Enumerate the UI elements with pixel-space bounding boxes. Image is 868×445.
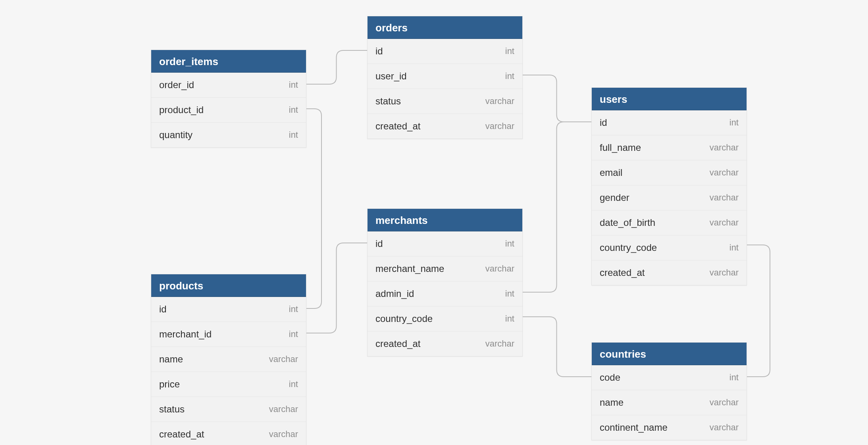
column-row[interactable]: merchant_namevarchar <box>368 256 522 281</box>
entity-products[interactable]: productsidintmerchant_idintnamevarcharpr… <box>151 274 306 445</box>
column-name: id <box>600 117 607 128</box>
column-type: int <box>729 243 739 253</box>
column-type: varchar <box>710 193 739 203</box>
column-type: varchar <box>710 143 739 153</box>
column-name: price <box>159 379 180 390</box>
column-name: merchant_id <box>159 329 212 340</box>
relation-line <box>522 122 591 292</box>
column-row[interactable]: priceint <box>151 372 306 397</box>
entity-merchants[interactable]: merchantsidintmerchant_namevarcharadmin_… <box>367 208 523 356</box>
column-row[interactable]: idint <box>592 110 747 135</box>
column-row[interactable]: emailvarchar <box>592 160 747 185</box>
column-name: country_code <box>600 242 657 253</box>
column-type: varchar <box>269 354 298 364</box>
column-name: full_name <box>600 142 641 153</box>
column-type: int <box>729 372 739 383</box>
column-type: int <box>505 289 514 299</box>
column-name: date_of_birth <box>600 217 655 228</box>
column-row[interactable]: admin_idint <box>368 281 522 306</box>
column-row[interactable]: merchant_idint <box>151 322 306 347</box>
er-diagram-canvas[interactable]: order_itemsorder_idintproduct_idintquant… <box>0 0 868 445</box>
column-type: int <box>289 379 298 389</box>
column-name: merchant_name <box>375 263 444 274</box>
column-name: product_id <box>159 104 204 116</box>
column-type: int <box>505 71 514 81</box>
column-type: int <box>505 314 514 324</box>
entity-header[interactable]: products <box>151 274 306 297</box>
entity-users[interactable]: usersidintfull_namevarcharemailvarcharge… <box>591 87 747 285</box>
entity-countries[interactable]: countriescodeintnamevarcharcontinent_nam… <box>591 342 747 440</box>
column-row[interactable]: order_idint <box>151 73 306 98</box>
column-name: continent_name <box>600 422 668 433</box>
column-name: created_at <box>600 267 645 278</box>
relation-line <box>306 50 367 84</box>
column-type: int <box>289 105 298 115</box>
column-name: name <box>600 397 624 408</box>
column-name: country_code <box>375 313 433 324</box>
entity-header[interactable]: users <box>592 88 747 110</box>
column-type: varchar <box>485 96 514 106</box>
column-type: varchar <box>269 404 298 414</box>
entity-orders[interactable]: ordersidintuser_idintstatusvarcharcreate… <box>367 16 523 139</box>
column-name: status <box>375 96 401 107</box>
column-type: varchar <box>710 422 739 433</box>
column-row[interactable]: created_atvarchar <box>592 260 747 285</box>
column-row[interactable]: idint <box>151 297 306 322</box>
column-name: id <box>159 304 167 315</box>
column-type: varchar <box>485 121 514 131</box>
column-row[interactable]: date_of_birthvarchar <box>592 210 747 235</box>
relation-line <box>746 245 770 377</box>
column-row[interactable]: idint <box>368 231 522 256</box>
column-type: varchar <box>269 429 298 439</box>
column-name: created_at <box>375 338 420 349</box>
column-name: created_at <box>375 121 420 132</box>
column-row[interactable]: namevarchar <box>592 390 747 415</box>
column-type: varchar <box>710 397 739 408</box>
column-type: varchar <box>485 339 514 349</box>
relation-line <box>522 75 591 122</box>
column-name: quantity <box>159 129 192 141</box>
column-name: created_at <box>159 429 204 440</box>
column-type: int <box>289 329 298 339</box>
column-row[interactable]: idint <box>368 39 522 64</box>
column-row[interactable]: created_atvarchar <box>368 331 522 356</box>
column-row[interactable]: continent_namevarchar <box>592 415 747 440</box>
column-name: gender <box>600 192 629 203</box>
column-type: int <box>289 130 298 140</box>
entity-header[interactable]: order_items <box>151 50 306 73</box>
column-row[interactable]: codeint <box>592 365 747 390</box>
relation-line <box>522 317 591 377</box>
column-type: int <box>289 80 298 90</box>
relation-line <box>306 243 367 333</box>
column-type: int <box>289 304 298 314</box>
column-type: int <box>505 239 514 249</box>
column-type: varchar <box>710 268 739 278</box>
entity-header[interactable]: orders <box>368 16 522 39</box>
column-name: id <box>375 238 383 249</box>
column-row[interactable]: statusvarchar <box>368 89 522 114</box>
column-row[interactable]: quantityint <box>151 123 306 147</box>
column-name: order_id <box>159 79 194 91</box>
entity-header[interactable]: countries <box>592 343 747 365</box>
column-name: user_id <box>375 71 407 82</box>
column-row[interactable]: namevarchar <box>151 347 306 372</box>
column-row[interactable]: country_codeint <box>368 306 522 331</box>
column-row[interactable]: statusvarchar <box>151 397 306 422</box>
column-row[interactable]: product_idint <box>151 98 306 123</box>
column-name: name <box>159 354 183 365</box>
column-row[interactable]: country_codeint <box>592 235 747 260</box>
column-type: int <box>729 118 739 128</box>
column-name: status <box>159 404 185 415</box>
column-row[interactable]: user_idint <box>368 64 522 89</box>
entity-header[interactable]: merchants <box>368 209 522 231</box>
column-row[interactable]: gendervarchar <box>592 185 747 210</box>
entity-order_items[interactable]: order_itemsorder_idintproduct_idintquant… <box>151 50 306 148</box>
column-row[interactable]: full_namevarchar <box>592 135 747 160</box>
column-name: email <box>600 167 622 178</box>
column-row[interactable]: created_atvarchar <box>151 422 306 445</box>
column-type: int <box>505 46 514 56</box>
column-name: code <box>600 372 620 383</box>
column-type: varchar <box>710 168 739 178</box>
column-row[interactable]: created_atvarchar <box>368 114 522 139</box>
column-type: varchar <box>485 264 514 274</box>
